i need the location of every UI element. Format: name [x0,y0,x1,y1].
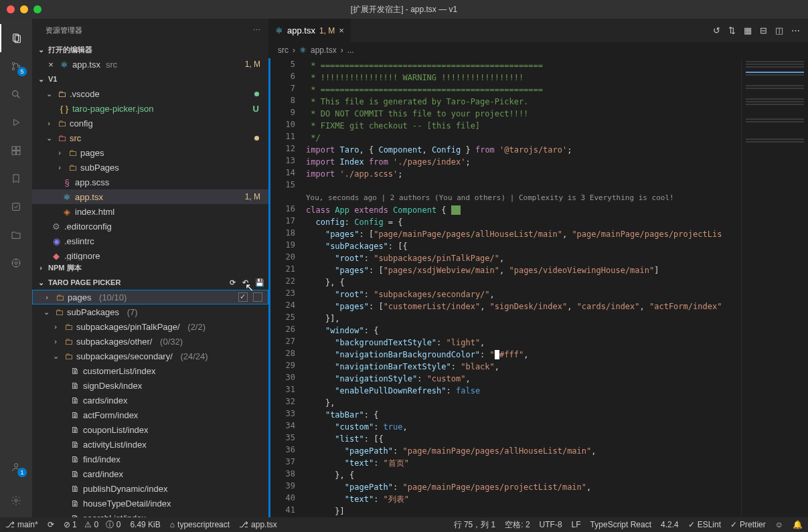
picker-pages-row[interactable]: ›🗀 pages (10/10) [32,290,268,304]
breadcrumbs[interactable]: src › ⚛ app.tsx › ... [268,42,808,58]
language-mode[interactable]: TypeScript React [590,520,651,529]
picker-pkg2-row[interactable]: ›🗀subpackages/other/ (0/32) [32,334,268,349]
statusbar: ⎇main* ⟳ ⊘ 1 ⚠ 0 ⓘ 0 6.49 KiB ⌂ typescri… [0,517,808,532]
picker-subpackages-row[interactable]: ⌄🗀subPackages (7) [32,304,268,319]
folder-icon: 🗀 [67,148,78,158]
more-icon[interactable]: ⋯ [791,25,800,35]
picker-page-item[interactable]: 🗎houseTypeDetail/index [32,496,268,511]
picker-page-item[interactable]: 🗎publishDynamic/index [32,481,268,496]
problems-button[interactable]: ⊘ 1 ⚠ 0 ⓘ 0 [64,519,121,531]
project-section[interactable]: ⌄ V1 [32,72,268,86]
checkbox-empty[interactable] [253,292,262,302]
editor-area: ⚛ app.tsx 1, M × ↺ ⇅ ▦ ⊟ ◫ ⋯ src › ⚛ app… [268,19,808,517]
editor-body[interactable]: 5678910111213141516171819202122232425262… [268,58,808,517]
cursor-position[interactable]: 行 75，列 1 [454,519,496,531]
tree-folder-pages[interactable]: ›🗀pages [32,145,268,160]
file-size: 6.49 KiB [130,520,160,529]
revert-icon[interactable]: ↶ [242,278,248,287]
picker-page-item[interactable]: 🗎couponList/index [32,422,268,437]
breadcrumb-src[interactable]: src [278,46,289,55]
search-tab[interactable] [0,80,32,108]
tab-status: 1, M [319,26,335,35]
save-icon[interactable]: 💾 [255,278,264,287]
json-icon: { } [59,104,70,114]
tree-file-editorconfig[interactable]: ⚙.editorconfig [32,219,268,234]
breadcrumb-more[interactable]: ... [347,46,354,55]
extensions-tab[interactable] [0,137,32,165]
project-manager-tab[interactable] [0,221,32,249]
file-icon: 🗎 [70,484,80,494]
eslint-status[interactable]: ✓ ESLint [688,520,721,529]
compare-icon[interactable]: ⇅ [728,25,736,35]
split-icon[interactable]: ◫ [775,25,783,35]
tab-app-tsx[interactable]: ⚛ app.tsx 1, M × [268,19,351,42]
breadcrumb-file[interactable]: app.tsx [311,46,337,55]
feedback-icon[interactable]: ☺ [775,520,783,529]
close-icon[interactable]: × [46,60,56,70]
settings-button[interactable] [0,486,32,515]
goto-icon[interactable]: ▦ [744,25,752,35]
tree-file-app-tsx[interactable]: ⚛app.tsx1, M [32,189,268,204]
accounts-button[interactable]: 1 [0,453,32,481]
notifications-icon[interactable]: 🔔 [793,520,803,529]
sync-button[interactable]: ⟳ [48,520,54,529]
tree-file-index-html[interactable]: ◈index.html [32,204,268,219]
picker-page-item[interactable]: 🗎card/index [32,466,268,481]
tree-file-eslintrc[interactable]: ◉.eslintrc [32,234,268,248]
eol[interactable]: LF [572,520,581,529]
close-tab-icon[interactable]: × [339,25,344,35]
prettier-status[interactable]: ✓ Prettier [730,520,766,529]
history-icon[interactable]: ↺ [713,25,720,35]
minimize-window-button[interactable] [20,5,28,13]
open-editor-item[interactable]: × ⚛ app.tsx src 1, M [32,57,268,72]
gitlens-tab[interactable] [0,249,32,277]
picker-page-item[interactable]: 🗎signDesk/index [32,378,268,393]
explorer-tab[interactable] [0,24,32,52]
lang-left[interactable]: ⌂ typescriptreact [170,520,230,529]
open-editors-section[interactable]: ⌄ 打开的编辑器 [32,42,268,57]
picker-page-item[interactable]: 🗎find/index [32,452,268,466]
run-debug-tab[interactable] [0,108,32,137]
folder-icon: 🗀 [67,163,78,173]
close-window-button[interactable] [7,5,15,13]
svg-point-3 [12,68,14,70]
diff-icon[interactable]: ⊟ [760,25,767,35]
tree-folder-config[interactable]: ›🗀config [32,116,268,130]
scm-tab[interactable]: 5 [0,52,32,80]
folder-icon: 🗀 [56,118,67,128]
git-branch[interactable]: ⎇main* [5,520,38,529]
todo-tab[interactable] [0,193,32,221]
maximize-window-button[interactable] [33,5,42,13]
tree-folder-vscode[interactable]: ⌄🗀.vscode [32,86,268,101]
picker-title: TARO PAGE PICKER [48,278,120,286]
file-left[interactable]: ⎇ app.tsx [239,520,277,529]
modified-dot [254,92,259,96]
npm-scripts-section[interactable]: › NPM 脚本 [32,260,268,275]
svg-point-2 [12,62,14,64]
tree-folder-subpages[interactable]: ›🗀subPages [32,160,268,175]
picker-pkg3-row[interactable]: ⌄🗀subpackages/secondary/ (24/24) [32,349,268,363]
picker-page-item[interactable]: 🗎searchList/index [32,511,268,517]
picker-page-item[interactable]: 🗎cards/index [32,393,268,408]
picker-page-item[interactable]: 🗎actForm/index [32,408,268,422]
bookmark-tab[interactable] [0,165,32,193]
chevron-right-icon: › [293,46,295,55]
code-content[interactable]: * ======================================… [306,58,741,517]
picker-section-header[interactable]: ⌄ TARO PAGE PICKER ⟳ ↶ 💾 [32,275,268,290]
file-icon: 🗎 [70,513,80,518]
indentation[interactable]: 空格: 2 [505,519,530,531]
tree-file-taro-json[interactable]: { }taro-page-picker.jsonU [32,101,268,116]
picker-pkg1-row[interactable]: ›🗀subpackages/pinTalkPage/ (2/2) [32,319,268,334]
minimap[interactable] [741,58,808,517]
refresh-icon[interactable]: ⟳ [230,278,236,287]
picker-page-item[interactable]: 🗎customerList/index [32,363,268,378]
picker-page-item[interactable]: 🗎activityList/index [32,437,268,452]
open-editor-path: src [106,60,117,70]
tree-file-gitignore[interactable]: ◆.gitignore [32,248,268,260]
encoding[interactable]: UTF-8 [540,520,562,529]
explorer-more-icon[interactable]: ⋯ [253,26,260,35]
tree-file-app-scss[interactable]: §app.scss [32,175,268,189]
checkbox-checked[interactable] [238,292,248,302]
ts-version[interactable]: 4.2.4 [661,520,679,529]
tree-folder-src[interactable]: ⌄🗀src [32,130,268,145]
